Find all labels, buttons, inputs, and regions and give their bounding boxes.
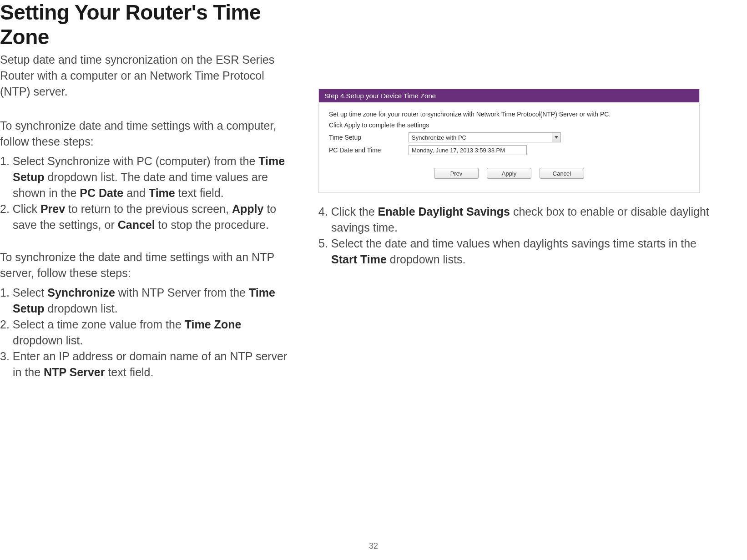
step-number: 2.: [0, 318, 13, 331]
panel-header: Step 4.Setup your Device Time Zone: [319, 89, 699, 102]
step-text: to stop the procedure.: [155, 218, 269, 231]
step-text: and: [123, 187, 149, 199]
step-number: 3.: [0, 350, 13, 363]
page-number: 32: [0, 541, 747, 551]
step-text: text field.: [105, 366, 153, 378]
panel-description-2: Click Apply to complete the settings: [329, 121, 689, 129]
step-number: 1.: [0, 155, 13, 167]
step-number: 4.: [318, 205, 331, 218]
step-text: dropdown lists.: [387, 253, 466, 266]
term-cancel: Cancel: [118, 218, 155, 231]
step-text: Select the date and time values when day…: [331, 237, 697, 250]
pc-date-time-label: PC Date and Time: [329, 146, 409, 154]
ntp-sync-steps: 1. Select Synchronize with NTP Server fr…: [0, 285, 291, 380]
step-text: to return to the previous screen,: [65, 202, 232, 215]
term-ntp-server: NTP Server: [44, 366, 105, 378]
step-text: dropdown list.: [44, 302, 117, 315]
ntp-sync-lead: To synchronize the date and time setting…: [0, 249, 291, 281]
step-5: 5. Select the date and time values when …: [318, 236, 714, 267]
time-setup-label: Time Setup: [329, 134, 409, 141]
step-number: 1.: [0, 286, 13, 299]
term-time: Time: [149, 187, 175, 199]
pc-step-1: 1. Select Synchronize with PC (computer)…: [0, 153, 291, 201]
step-text: text field.: [175, 187, 224, 199]
term-enable-daylight-savings: Enable Daylight Savings: [378, 205, 510, 218]
step-text: Select: [13, 286, 47, 299]
button-row: Prev Apply Cancel: [329, 158, 689, 188]
step-4: 4. Click the Enable Daylight Savings che…: [318, 204, 714, 236]
step-text: dropdown list.: [13, 334, 83, 347]
pc-sync-lead: To synchronize date and time settings wi…: [0, 118, 291, 150]
step-text: with NTP Server from the: [115, 286, 249, 299]
prev-button[interactable]: Prev: [434, 168, 479, 179]
time-setup-select[interactable]: Synchronize with PC: [409, 132, 561, 142]
step-text: Select a time zone value from the: [13, 318, 185, 331]
term-start-time: Start Time: [331, 253, 387, 266]
cancel-button[interactable]: Cancel: [540, 168, 584, 179]
term-apply: Apply: [232, 202, 263, 215]
chevron-down-icon[interactable]: [552, 133, 560, 142]
term-time-zone: Time Zone: [185, 318, 242, 331]
intro-text: Setup date and time syncronization on th…: [0, 52, 291, 100]
apply-button[interactable]: Apply: [487, 168, 531, 179]
term-synchronize: Synchronize: [47, 286, 115, 299]
pc-sync-steps: 1. Select Synchronize with PC (computer)…: [0, 153, 291, 233]
ntp-step-1: 1. Select Synchronize with NTP Server fr…: [0, 285, 291, 317]
pc-step-2: 2. Click Prev to return to the previous …: [0, 201, 291, 233]
setup-panel: Step 4.Setup your Device Time Zone Set u…: [318, 89, 700, 193]
term-pc-date: PC Date: [80, 187, 123, 199]
step-text: Click: [13, 202, 40, 215]
pc-date-time-field[interactable]: Monday, June 17, 2013 3:59:33 PM: [409, 145, 527, 155]
ntp-step-3: 3. Enter an IP address or domain name of…: [0, 348, 291, 380]
term-prev: Prev: [40, 202, 65, 215]
step-number: 2.: [0, 202, 13, 215]
time-setup-row: Time Setup Synchronize with PC: [329, 132, 689, 142]
step-text: Click the: [331, 205, 378, 218]
ntp-step-2: 2. Select a time zone value from the Tim…: [0, 317, 291, 348]
page-title: Setting Your Router's Time Zone: [0, 0, 291, 49]
panel-description-1: Set up time zone for your router to sync…: [329, 111, 689, 118]
time-setup-value[interactable]: Synchronize with PC: [409, 132, 561, 142]
step-text: Select Synchronize with PC (computer) fr…: [13, 155, 258, 167]
continued-steps: 4. Click the Enable Daylight Savings che…: [318, 204, 714, 267]
step-number: 5.: [318, 237, 331, 250]
pc-date-time-row: PC Date and Time Monday, June 17, 2013 3…: [329, 145, 689, 155]
